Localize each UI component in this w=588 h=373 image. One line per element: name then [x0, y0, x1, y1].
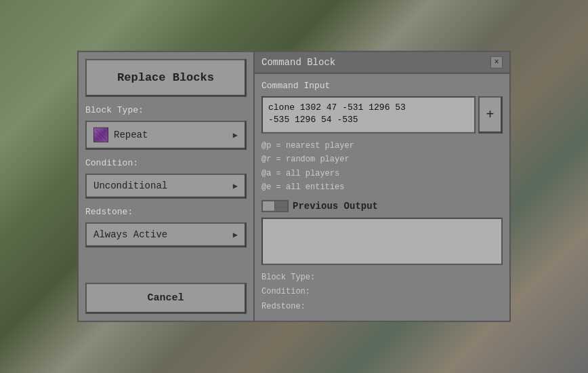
condition-value: Unconditional [93, 180, 167, 191]
command-input-label: Command Input [261, 81, 503, 91]
command-input-row: clone 1302 47 -531 1296 53 -535 1296 54 … [261, 96, 503, 134]
bottom-redstone: Redstone: [261, 300, 503, 315]
hint-random-player: @r = random player [261, 153, 503, 166]
condition-label: Condition: [85, 158, 247, 168]
cancel-button[interactable]: Cancel [85, 283, 247, 314]
replace-blocks-button[interactable]: Replace Blocks [85, 59, 247, 97]
toggle-off-part [263, 201, 275, 210]
close-button[interactable]: × [490, 56, 503, 68]
previous-output-row: Previous Output [261, 199, 503, 212]
dialog-titlebar: Command Block × [255, 52, 509, 74]
bottom-block-type: Block Type: [261, 270, 503, 285]
block-type-label: Block Type: [85, 105, 247, 115]
toggle-on-part [275, 201, 287, 210]
previous-output-box [261, 217, 503, 264]
hint-all-players: @a = all players [261, 167, 503, 180]
previous-output-label: Previous Output [293, 200, 378, 211]
repeat-block-icon [93, 127, 108, 142]
previous-output-toggle[interactable] [261, 199, 289, 212]
hint-nearest-player: @p = nearest player [261, 139, 503, 153]
modal-container: Replace Blocks Block Type: Repeat ▶ Cond… [77, 51, 511, 322]
hint-all-entities: @e = all entities [261, 180, 503, 194]
bottom-condition: Condition: [261, 285, 503, 300]
hints-area: @p = nearest player @r = random player @… [261, 139, 503, 195]
dialog-title: Command Block [261, 57, 335, 68]
chevron-right-icon-2: ▶ [233, 180, 238, 191]
chevron-right-icon: ▶ [233, 130, 238, 140]
block-type-dropdown[interactable]: Repeat ▶ [85, 121, 247, 150]
redstone-value: Always Active [93, 229, 167, 240]
bottom-info: Block Type: Condition: Redstone: [261, 270, 503, 314]
command-block-dialog: Command Block × Command Input clone 1302… [253, 51, 511, 322]
block-type-value: Repeat [93, 127, 148, 142]
condition-dropdown[interactable]: Unconditional ▶ [85, 174, 247, 199]
redstone-label: Redstone: [85, 207, 247, 217]
left-panel: Replace Blocks Block Type: Repeat ▶ Cond… [77, 51, 253, 322]
plus-button[interactable]: + [478, 96, 503, 134]
dialog-body: Command Input clone 1302 47 -531 1296 53… [255, 74, 509, 321]
redstone-dropdown[interactable]: Always Active ▶ [85, 222, 247, 248]
command-input[interactable]: clone 1302 47 -531 1296 53 -535 1296 54 … [261, 96, 476, 134]
chevron-right-icon-3: ▶ [233, 229, 238, 239]
